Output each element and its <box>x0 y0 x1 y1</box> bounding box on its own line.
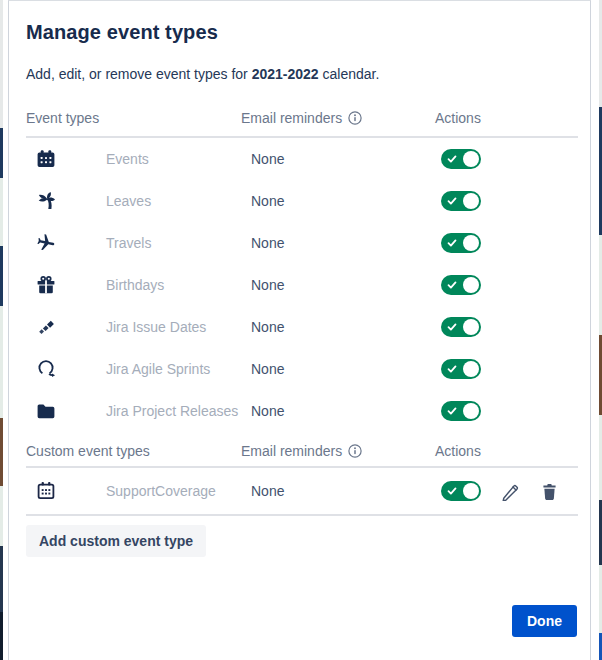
info-icon[interactable] <box>348 444 362 458</box>
event-type-label: Birthdays <box>106 277 251 293</box>
email-reminder-value: None <box>251 361 441 377</box>
folder-icon <box>26 401 106 421</box>
dialog-subtitle: Add, edit, or remove event types for 202… <box>26 66 578 82</box>
event-type-row-jira-project-releases: Jira Project Releases None <box>26 390 578 432</box>
palm-tree-icon <box>26 191 106 211</box>
calendar-name: 2021-2022 <box>252 66 319 82</box>
event-type-label: Events <box>106 151 251 167</box>
toggle-knob <box>463 277 479 293</box>
event-type-row-leaves: Leaves None <box>26 180 578 222</box>
custom-event-type-row: SupportCoverage None <box>26 468 578 514</box>
pencil-icon <box>501 482 520 501</box>
email-reminder-value: None <box>251 319 441 335</box>
event-type-label: Jira Project Releases <box>106 403 251 419</box>
enabled-toggle[interactable] <box>441 149 481 169</box>
done-button[interactable]: Done <box>512 605 577 637</box>
event-type-label: Travels <box>106 235 251 251</box>
event-type-row-jira-issue-dates: Jira Issue Dates None <box>26 306 578 348</box>
event-type-label: SupportCoverage <box>106 483 251 499</box>
event-type-label: Jira Issue Dates <box>106 319 251 335</box>
event-type-label: Jira Agile Sprints <box>106 361 251 377</box>
manage-event-types-dialog: Manage event types Add, edit, or remove … <box>8 0 591 660</box>
column-actions: Actions <box>435 110 578 126</box>
email-reminder-value: None <box>251 403 441 419</box>
event-type-row-travels: Travels None <box>26 222 578 264</box>
airplane-icon <box>26 233 106 253</box>
add-custom-event-type-button[interactable]: Add custom event type <box>26 525 206 557</box>
toggle-knob <box>463 361 479 377</box>
email-reminder-value: None <box>251 483 441 499</box>
enabled-toggle[interactable] <box>441 401 481 421</box>
enabled-toggle[interactable] <box>441 275 481 295</box>
gift-icon <box>26 275 106 295</box>
email-reminder-value: None <box>251 193 441 209</box>
standard-section-header: Event types Email reminders Actions <box>26 110 578 126</box>
jira-logo-icon <box>26 317 106 337</box>
toggle-knob <box>463 151 479 167</box>
enabled-toggle[interactable] <box>441 481 481 501</box>
page-title: Manage event types <box>26 21 578 44</box>
email-reminder-value: None <box>251 151 441 167</box>
trash-icon <box>540 482 559 501</box>
toggle-knob <box>463 319 479 335</box>
column-email-reminders: Email reminders <box>241 110 342 126</box>
background-sliver-right <box>591 0 602 660</box>
column-email-reminders: Email reminders <box>241 443 342 459</box>
enabled-toggle[interactable] <box>441 359 481 379</box>
toggle-knob <box>463 235 479 251</box>
column-actions: Actions <box>435 443 578 459</box>
calendar-icon <box>26 149 106 169</box>
custom-section-header: Custom event types Email reminders Actio… <box>26 436 578 466</box>
enabled-toggle[interactable] <box>441 191 481 211</box>
column-custom-event-types: Custom event types <box>26 443 241 459</box>
toggle-knob <box>463 403 479 419</box>
calendar-outline-icon <box>26 481 106 501</box>
toggle-knob <box>463 193 479 209</box>
email-reminder-value: None <box>251 277 441 293</box>
event-type-label: Leaves <box>106 193 251 209</box>
sprint-loop-icon <box>26 359 106 379</box>
event-type-row-events: Events None <box>26 138 578 180</box>
info-icon[interactable] <box>348 111 362 125</box>
toggle-knob <box>463 483 479 499</box>
event-type-row-birthdays: Birthdays None <box>26 264 578 306</box>
background-sliver-left <box>0 0 8 660</box>
edit-button[interactable] <box>501 482 520 501</box>
enabled-toggle[interactable] <box>441 317 481 337</box>
email-reminder-value: None <box>251 235 441 251</box>
delete-button[interactable] <box>540 482 559 501</box>
column-event-types: Event types <box>26 110 241 126</box>
enabled-toggle[interactable] <box>441 233 481 253</box>
event-type-row-jira-agile-sprints: Jira Agile Sprints None <box>26 348 578 390</box>
divider <box>26 514 578 516</box>
